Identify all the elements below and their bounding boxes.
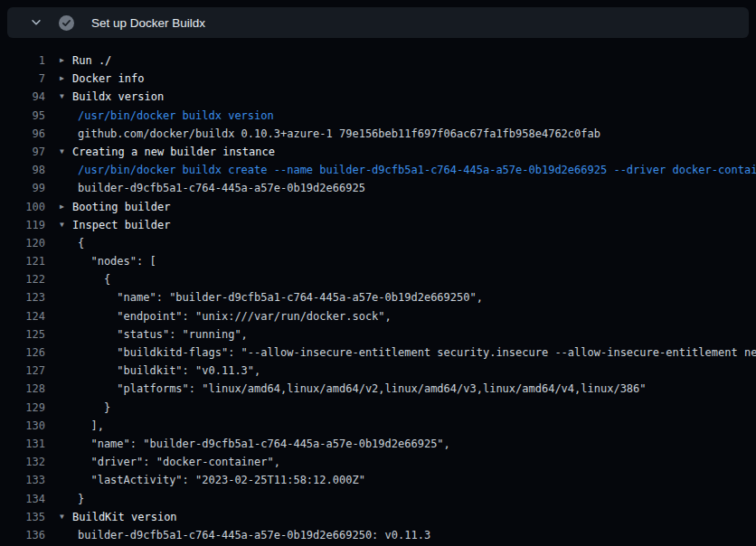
line-number[interactable]: 129 — [0, 399, 45, 417]
output-text: "name": "builder-d9cfb5a1-c764-445a-a57e… — [78, 435, 450, 453]
line-number[interactable]: 128 — [0, 380, 45, 398]
group-label[interactable]: Inspect builder — [72, 216, 170, 234]
log-line: 124 "endpoint": "unix:///var/run/docker.… — [0, 307, 756, 325]
group-label[interactable]: Run ./ — [72, 52, 111, 70]
output-text: "lastActivity": "2023-02-25T11:58:12.000… — [78, 471, 365, 489]
log-line: 122 { — [0, 270, 756, 288]
output-text: github.com/docker/buildx 0.10.3+azure-1 … — [78, 125, 600, 143]
line-number[interactable]: 134 — [0, 490, 45, 508]
log-group-row[interactable]: 1▶Run ./ — [0, 52, 756, 70]
log-group-row[interactable]: 119▼Inspect builder — [0, 216, 756, 234]
line-number[interactable]: 99 — [0, 179, 45, 197]
log-line: 125 "status": "running", — [0, 325, 756, 344]
line-number[interactable]: 135 — [0, 508, 45, 526]
line-number[interactable]: 119 — [0, 216, 45, 234]
line-number[interactable]: 131 — [0, 435, 45, 453]
log-line: 130 ], — [0, 417, 756, 435]
line-number[interactable]: 98 — [0, 161, 45, 179]
output-text: "buildkit": "v0.11.3", — [78, 362, 260, 380]
triangle-down-icon[interactable]: ▼ — [60, 508, 72, 526]
triangle-down-icon[interactable]: ▼ — [60, 143, 72, 161]
output-text: "buildkitd-flags": "--allow-insecure-ent… — [78, 344, 756, 362]
line-number[interactable]: 96 — [0, 125, 45, 143]
line-number[interactable]: 132 — [0, 453, 45, 471]
log-group-row[interactable]: 94▼Buildx version — [0, 88, 756, 106]
log-line: 136builder-d9cfb5a1-c764-445a-a57e-0b19d… — [0, 526, 756, 544]
log-line: 131 "name": "builder-d9cfb5a1-c764-445a-… — [0, 435, 756, 453]
line-number[interactable]: 97 — [0, 143, 45, 161]
triangle-right-icon[interactable]: ▶ — [60, 70, 72, 88]
output-text: { — [78, 270, 110, 288]
line-number[interactable]: 130 — [0, 417, 45, 435]
line-number[interactable]: 126 — [0, 344, 45, 362]
step-title: Set up Docker Buildx — [91, 16, 205, 30]
output-text: { — [78, 234, 84, 252]
log-group-row[interactable]: 97▼Creating a new builder instance — [0, 143, 756, 161]
log-viewer: 1▶Run ./7▶Docker info94▼Buildx version95… — [0, 38, 756, 544]
log-line: 98/usr/bin/docker buildx create --name b… — [0, 161, 756, 179]
line-number[interactable]: 100 — [0, 198, 45, 216]
check-circle-icon — [59, 15, 74, 31]
output-text: ], — [78, 417, 104, 435]
output-text: "endpoint": "unix:///var/run/docker.sock… — [78, 307, 392, 325]
line-number[interactable]: 124 — [0, 307, 45, 325]
command-text: /usr/bin/docker buildx version — [78, 107, 274, 125]
line-number[interactable]: 121 — [0, 252, 45, 270]
output-text: "status": "running", — [78, 325, 248, 344]
output-text: } — [78, 399, 110, 417]
triangle-down-icon[interactable]: ▼ — [60, 88, 72, 106]
line-number[interactable]: 95 — [0, 107, 45, 125]
output-text: "platforms": "linux/amd64,linux/amd64/v2… — [78, 380, 647, 398]
line-number[interactable]: 7 — [0, 70, 45, 88]
line-number[interactable]: 125 — [0, 325, 45, 344]
chevron-down-icon[interactable] — [30, 16, 43, 29]
log-line: 132 "driver": "docker-container", — [0, 453, 756, 471]
triangle-down-icon[interactable]: ▼ — [60, 216, 72, 234]
output-text: builder-d9cfb5a1-c764-445a-a57e-0b19d2e6… — [78, 526, 430, 544]
group-label[interactable]: Docker info — [72, 70, 144, 88]
line-number[interactable]: 1 — [0, 52, 45, 70]
command-text: /usr/bin/docker buildx create --name bui… — [78, 161, 756, 179]
group-label[interactable]: Buildx version — [72, 88, 164, 106]
output-text: builder-d9cfb5a1-c764-445a-a57e-0b19d2e6… — [78, 179, 365, 197]
log-line: 121 "nodes": [ — [0, 252, 756, 270]
step-header[interactable]: Set up Docker Buildx — [7, 7, 749, 38]
log-line: 134} — [0, 490, 756, 508]
line-number[interactable]: 120 — [0, 234, 45, 252]
log-group-row[interactable]: 7▶Docker info — [0, 70, 756, 88]
log-line: 128 "platforms": "linux/amd64,linux/amd6… — [0, 380, 756, 398]
triangle-right-icon[interactable]: ▶ — [60, 198, 72, 216]
line-number[interactable]: 122 — [0, 270, 45, 288]
log-line: 95/usr/bin/docker buildx version — [0, 107, 756, 125]
log-group-row[interactable]: 100▶Booting builder — [0, 198, 756, 216]
log-line: 123 "name": "builder-d9cfb5a1-c764-445a-… — [0, 288, 756, 306]
log-line: 127 "buildkit": "v0.11.3", — [0, 362, 756, 380]
output-text: } — [78, 490, 84, 508]
line-number[interactable]: 136 — [0, 526, 45, 544]
output-text: "driver": "docker-container", — [78, 453, 280, 471]
log-line: 126 "buildkitd-flags": "--allow-insecure… — [0, 344, 756, 362]
log-line: 96github.com/docker/buildx 0.10.3+azure-… — [0, 125, 756, 143]
group-label[interactable]: Creating a new builder instance — [72, 143, 275, 161]
line-number[interactable]: 133 — [0, 471, 45, 489]
log-group-row[interactable]: 135▼BuildKit version — [0, 508, 756, 526]
group-label[interactable]: Booting builder — [72, 198, 170, 216]
output-text: "nodes": [ — [78, 252, 156, 270]
line-number[interactable]: 123 — [0, 288, 45, 306]
line-number[interactable]: 94 — [0, 88, 45, 106]
log-line: 133 "lastActivity": "2023-02-25T11:58:12… — [0, 471, 756, 489]
log-line: 129 } — [0, 399, 756, 417]
log-line: 120{ — [0, 234, 756, 252]
triangle-right-icon[interactable]: ▶ — [60, 52, 72, 70]
output-text: "name": "builder-d9cfb5a1-c764-445a-a57e… — [78, 288, 483, 306]
log-line: 99builder-d9cfb5a1-c764-445a-a57e-0b19d2… — [0, 179, 756, 197]
group-label[interactable]: BuildKit version — [72, 508, 177, 526]
line-number[interactable]: 127 — [0, 362, 45, 380]
